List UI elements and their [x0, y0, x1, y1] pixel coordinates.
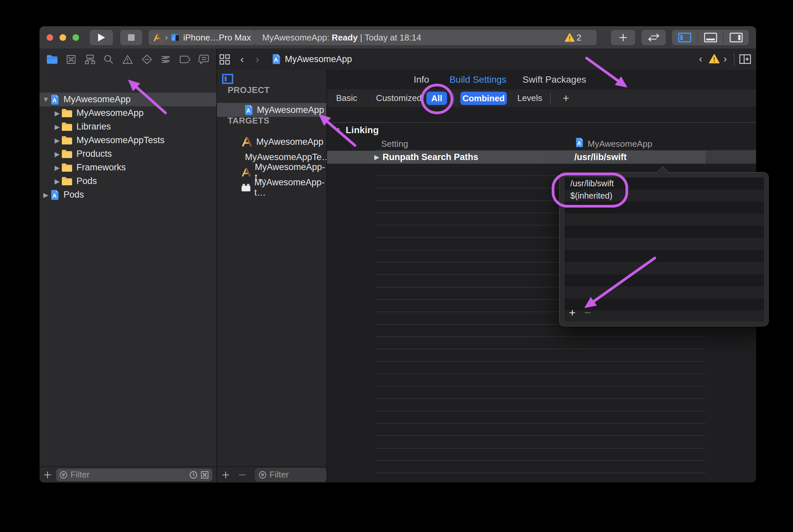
tree-row-folder[interactable]: ▶ MyAwesomeAppTests	[40, 133, 216, 147]
folder-icon	[61, 177, 72, 186]
project-file-icon: A	[272, 54, 281, 64]
forward-chevron-icon[interactable]: ›	[256, 53, 259, 65]
tree-row-folder[interactable]: ▶ Pods	[40, 174, 216, 188]
svg-text:A: A	[577, 140, 581, 146]
tab-report-navigator[interactable]	[198, 54, 210, 65]
minimize-window-button[interactable]	[59, 34, 66, 41]
version-editor-button[interactable]	[642, 30, 666, 45]
add-target-icon[interactable]	[222, 471, 230, 479]
diamond-icon	[141, 54, 152, 65]
tree-row-folder[interactable]: ▶ MyAwesomeApp	[40, 106, 216, 120]
tab-info[interactable]: Info	[414, 70, 429, 89]
tree-row-folder[interactable]: ▶ Frameworks	[40, 161, 216, 174]
scope-separator	[550, 93, 551, 103]
status-time-label: | Today at 18:14	[357, 33, 421, 43]
stop-button[interactable]	[120, 30, 142, 45]
setting-value[interactable]: /usr/lib/swift	[574, 152, 627, 163]
add-editor-icon[interactable]	[739, 54, 752, 65]
prev-issue-chevron-icon[interactable]: ‹	[699, 53, 702, 64]
library-add-button[interactable]	[611, 30, 635, 45]
disclosure-closed-icon[interactable]: ▶	[53, 164, 61, 172]
scope-levels[interactable]: Levels	[517, 89, 542, 107]
tab-project-navigator[interactable]	[46, 55, 58, 64]
section-title: Linking	[346, 125, 379, 135]
tab-find-navigator[interactable]	[103, 54, 114, 65]
tree-row-label: Frameworks	[76, 163, 126, 173]
remove-target-icon[interactable]	[238, 471, 246, 479]
row-disclosure-icon[interactable]: ▶	[374, 153, 379, 161]
column-header-setting[interactable]: Setting	[381, 139, 408, 149]
tree-row-folder[interactable]: ▶ Products	[40, 147, 216, 161]
scope-combined-pill[interactable]: Combined	[460, 92, 507, 105]
disclosure-closed-icon[interactable]: ▶	[53, 109, 61, 117]
scheme-selector[interactable]: › iPhone…Pro Max	[149, 30, 256, 45]
back-chevron-icon[interactable]: ‹	[240, 53, 244, 65]
setting-row-selected[interactable]: ▶ Runpath Search Paths /usr/lib/swift	[327, 151, 706, 164]
scope-customized[interactable]: Customized	[376, 89, 421, 107]
navigator-filter-field[interactable]: Filter	[56, 469, 213, 481]
tree-row-project[interactable]: ▼ A MyAwesomeApp	[40, 93, 216, 106]
tree-row-pods-project[interactable]: ▶ A Pods	[40, 188, 216, 202]
filter-icon	[59, 471, 68, 479]
x-square-icon	[66, 54, 76, 65]
tab-build-settings[interactable]: Build Settings	[449, 70, 506, 89]
column-header-target[interactable]: MyAwesomeApp	[588, 139, 652, 149]
x-box-icon[interactable]	[200, 471, 209, 479]
disclosure-closed-icon[interactable]: ▶	[53, 150, 61, 158]
toggle-inspector-button[interactable]	[723, 30, 749, 45]
jump-bar-title[interactable]: MyAwesomeApp	[285, 54, 352, 64]
tab-label: Swift Packages	[522, 74, 586, 85]
target-row[interactable]: MyAwesomeApp	[216, 134, 326, 149]
tab-test-navigator[interactable]	[141, 54, 152, 65]
setting-row-selected-tail	[706, 151, 756, 164]
disclosure-open-icon[interactable]: ▼	[41, 96, 50, 103]
target-row[interactable]: MyAwesomeApp-t…	[216, 180, 326, 195]
project-row[interactable]: A MyAwesomeApp	[216, 103, 326, 117]
warning-triangle-icon[interactable]	[709, 54, 720, 64]
related-items-grid-icon[interactable]	[219, 54, 230, 65]
svg-text:A: A	[246, 108, 250, 114]
value-row[interactable]: /usr/lib/swift	[570, 177, 614, 189]
app-target-icon	[241, 167, 251, 177]
toggle-navigator-button[interactable]	[672, 30, 697, 45]
close-window-button[interactable]	[47, 34, 53, 41]
svg-text:A: A	[274, 57, 278, 63]
add-build-setting-button[interactable]: +	[563, 89, 569, 107]
value-text: $(inherited)	[570, 191, 612, 201]
project-targets-pane: PROJECT A MyAwesomeApp TARGETS MyAwesome…	[216, 70, 326, 482]
tree-row-folder[interactable]: ▶ Libraries	[40, 120, 216, 133]
navigator-divider[interactable]	[216, 49, 217, 482]
project-pane-divider[interactable]	[326, 70, 327, 482]
hide-project-pane-icon[interactable]	[222, 73, 234, 84]
scope-basic[interactable]: Basic	[336, 89, 357, 107]
disclosure-closed-icon[interactable]: ▶	[41, 191, 50, 199]
warning-badge[interactable]: 2	[565, 33, 581, 42]
toggle-debug-area-button[interactable]	[698, 30, 723, 45]
disclosure-closed-icon[interactable]: ▶	[53, 177, 61, 185]
tab-debug-navigator[interactable]	[160, 55, 171, 64]
tab-label: Build Settings	[449, 74, 506, 85]
add-value-button[interactable]: +	[569, 306, 576, 319]
remove-value-button[interactable]: −	[584, 306, 591, 319]
tab-swift-packages[interactable]: Swift Packages	[522, 70, 586, 89]
value-row[interactable]: $(inherited)	[570, 190, 612, 202]
activity-status-bar[interactable]: MyAwesomeApp: Ready | Today at 18:14 2	[254, 30, 596, 45]
next-issue-chevron-icon[interactable]: ›	[723, 53, 727, 64]
right-panel-icon	[729, 32, 743, 43]
clock-icon[interactable]	[189, 471, 198, 479]
tab-source-control-navigator[interactable]	[66, 54, 76, 65]
tab-symbol-navigator[interactable]	[85, 54, 96, 65]
disclosure-closed-icon[interactable]: ▶	[53, 123, 61, 131]
setting-name: Runpath Search Paths	[383, 152, 478, 163]
section-disclosure-icon[interactable]: ▼	[334, 126, 341, 134]
plus-label: +	[569, 306, 576, 319]
scope-all-pill[interactable]: All	[426, 92, 447, 105]
tab-issue-navigator[interactable]	[122, 55, 133, 64]
build-settings-scope-bar: Basic Customized All Combined Levels + L…	[326, 89, 756, 108]
disclosure-closed-icon[interactable]: ▶	[53, 136, 61, 145]
zoom-window-button[interactable]	[72, 34, 79, 41]
run-button[interactable]	[90, 30, 113, 45]
add-icon[interactable]	[43, 471, 52, 479]
targets-filter-field[interactable]: Filter	[255, 468, 326, 481]
tab-breakpoint-navigator[interactable]	[179, 55, 191, 64]
